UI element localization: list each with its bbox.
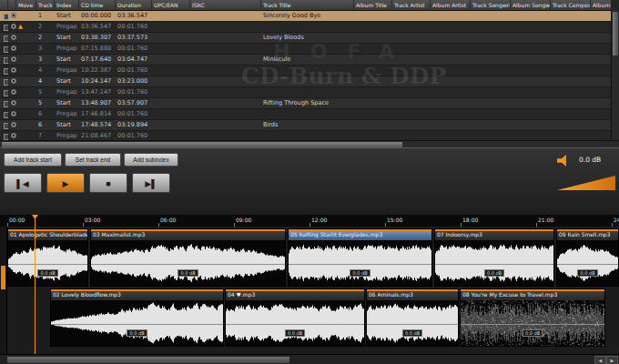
vertical-zoom-scrollbar[interactable]	[0, 227, 7, 354]
cell-track-composer[interactable]	[551, 109, 591, 119]
cell-track-composer[interactable]	[551, 44, 591, 54]
cell-album-songwriter[interactable]	[511, 109, 551, 119]
cell-track-title[interactable]	[261, 109, 354, 119]
column-header[interactable]: Track Composer	[551, 0, 591, 10]
clip-title[interactable]: 03 Maximalist.mp3	[91, 229, 285, 240]
cell-album-title[interactable]	[354, 120, 392, 130]
cell-track-artist[interactable]	[392, 76, 431, 86]
cell-isrc[interactable]	[190, 22, 261, 32]
cell-album-composer[interactable]	[591, 120, 612, 130]
add-subindex-button[interactable]: Add subindex	[124, 153, 178, 167]
clip-gain-value[interactable]: 0.0 dB	[350, 269, 370, 277]
cell-track-songwriter[interactable]	[471, 33, 511, 43]
clip-title[interactable]: 02 Lovely Bloodflow.mp3	[51, 289, 223, 300]
cell-album-artist[interactable]	[431, 44, 471, 54]
table-row[interactable]: 6Start17:48.57403:19.894Birds	[0, 120, 612, 131]
cell-track-artist[interactable]	[392, 33, 431, 43]
audio-clip[interactable]: 04 ♥.mp30.0 dB	[225, 288, 365, 347]
cell-album-composer[interactable]	[591, 22, 612, 32]
table-vertical-scrollbar-thumb[interactable]	[613, 12, 618, 56]
column-header[interactable]: Track Artist	[392, 0, 431, 10]
cell-album-songwriter[interactable]	[511, 22, 551, 32]
cell-track-composer[interactable]	[551, 33, 591, 43]
cell-upc-ean[interactable]	[152, 76, 190, 86]
clip-gain-line[interactable]: 0.0 dB	[367, 324, 458, 342]
cell-track-composer[interactable]	[551, 98, 591, 108]
cell-move[interactable]	[16, 33, 36, 43]
column-header[interactable]: Album Songwriter	[511, 0, 551, 10]
cell-track-songwriter[interactable]	[471, 44, 511, 54]
cell-album-composer[interactable]	[591, 66, 612, 76]
column-header[interactable]: Album Artist	[431, 0, 471, 10]
table-row[interactable]: 4Start10:24.14703:23.000	[0, 76, 612, 87]
cell-track-title[interactable]: Sincerely Good Bye	[261, 11, 354, 21]
cell-isrc[interactable]	[190, 55, 261, 65]
cell-track-title[interactable]	[261, 87, 354, 97]
cell-track-songwriter[interactable]	[471, 76, 511, 86]
clip-gain-value[interactable]: 0.0 dB	[285, 329, 305, 337]
cell-track-artist[interactable]	[392, 22, 431, 32]
set-track-end-button[interactable]: Set track end	[65, 153, 121, 167]
cell-track-composer[interactable]	[551, 11, 591, 21]
cell-album-title[interactable]	[354, 98, 392, 108]
clip-gain-value[interactable]: 0.0 dB	[37, 269, 57, 277]
table-row[interactable]: 1Start00:00.00003:36.547Sincerely Good B…	[0, 11, 612, 22]
cell-track-artist[interactable]	[392, 11, 431, 21]
cell-album-songwriter[interactable]	[511, 76, 551, 86]
cell-album-title[interactable]	[354, 55, 392, 65]
cell-track-composer[interactable]	[551, 76, 591, 86]
cell-album-songwriter[interactable]	[511, 44, 551, 54]
scroll-right-button[interactable]: ▶	[606, 356, 618, 364]
table-row[interactable]: 3Start07:17.64003:04.747Miniscule	[0, 55, 612, 66]
column-header[interactable]: Track Title	[261, 0, 354, 10]
clip-gain-line[interactable]: 0.0 dB	[51, 324, 223, 342]
cell-upc-ean[interactable]	[152, 11, 190, 21]
cell-album-artist[interactable]	[431, 11, 471, 21]
cell-upc-ean[interactable]	[152, 66, 190, 76]
cell-move[interactable]	[16, 109, 36, 119]
cell-track-composer[interactable]	[551, 22, 591, 32]
cell-upc-ean[interactable]	[152, 87, 190, 97]
scroll-left-button[interactable]: ◀	[594, 356, 606, 364]
cell-album-title[interactable]	[354, 33, 392, 43]
stop-button[interactable]: ■	[89, 173, 127, 193]
cell-isrc[interactable]	[190, 120, 261, 130]
cell-track-title[interactable]: Rifting Through Space	[261, 98, 354, 108]
cell-track-title[interactable]	[261, 22, 354, 32]
clip-title[interactable]: 01 Apologetic Shoulderblades.mp3	[8, 229, 87, 240]
audio-clip[interactable]: 03 Maximalist.mp30.0 dB	[90, 228, 286, 287]
cell-album-songwriter[interactable]	[511, 33, 551, 43]
cell-track-songwriter[interactable]	[471, 66, 511, 76]
timeline-scrollbar-thumb[interactable]	[7, 357, 289, 363]
cell-track-songwriter[interactable]	[471, 22, 511, 32]
cell-album-title[interactable]	[354, 109, 392, 119]
cell-isrc[interactable]	[190, 33, 261, 43]
cell-upc-ean[interactable]	[152, 109, 190, 119]
cell-album-songwriter[interactable]	[511, 120, 551, 130]
clip-gain-value[interactable]: 0.0 dB	[577, 269, 597, 277]
add-track-start-button[interactable]: Add track start	[4, 153, 62, 167]
cell-isrc[interactable]	[190, 87, 261, 97]
cell-upc-ean[interactable]	[152, 98, 190, 108]
cell-album-songwriter[interactable]	[511, 11, 551, 21]
cell-track-composer[interactable]	[551, 87, 591, 97]
cell-album-artist[interactable]	[431, 22, 471, 32]
cell-track-songwriter[interactable]	[471, 98, 511, 108]
cell-isrc[interactable]	[190, 98, 261, 108]
cell-track-title[interactable]	[261, 44, 354, 54]
cell-track-composer[interactable]	[551, 120, 591, 130]
cell-album-songwriter[interactable]	[511, 98, 551, 108]
clip-title[interactable]: 05 Rafting Starlit Everglades.mp3	[289, 229, 431, 240]
cell-move[interactable]: ▲	[16, 22, 36, 32]
cell-upc-ean[interactable]	[152, 120, 190, 130]
cell-track-songwriter[interactable]	[471, 109, 511, 119]
audio-clip[interactable]: 09 Rain Smell.mp30.0 dB	[556, 228, 619, 287]
column-header[interactable]: ISRC	[190, 0, 261, 10]
cell-track-artist[interactable]	[392, 44, 431, 54]
cell-album-artist[interactable]	[431, 66, 471, 76]
cell-move[interactable]	[16, 11, 36, 21]
cell-album-artist[interactable]	[431, 55, 471, 65]
cell-track-artist[interactable]	[392, 55, 431, 65]
column-header[interactable]: Album Title	[354, 0, 392, 10]
cell-track-title[interactable]: Lovely Bloods	[261, 33, 354, 43]
